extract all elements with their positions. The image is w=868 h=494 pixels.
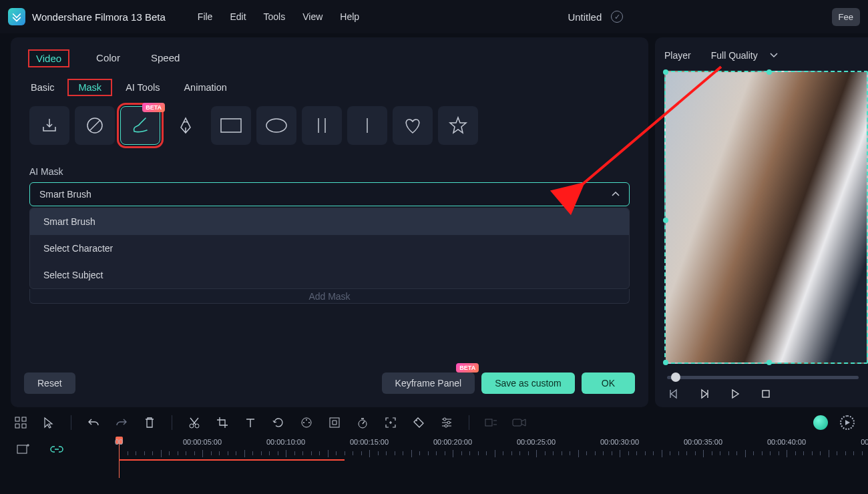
expand-icon[interactable] bbox=[383, 415, 398, 430]
ruler-label: 00:00:05:00 bbox=[183, 438, 222, 446]
mask-shapes-row: BETA bbox=[11, 99, 648, 146]
add-track-icon[interactable] bbox=[16, 442, 31, 457]
svg-rect-2 bbox=[221, 119, 241, 132]
svg-rect-9 bbox=[22, 417, 26, 421]
timeline-ruler[interactable]: 0000:00:05:0000:00:10:0000:00:15:0000:00… bbox=[114, 438, 868, 461]
svg-rect-7 bbox=[763, 391, 769, 397]
ruler-label: 00:00 bbox=[861, 438, 868, 446]
stop-icon[interactable] bbox=[759, 387, 773, 401]
feedback-button[interactable]: Fee bbox=[832, 8, 860, 26]
preview-canvas[interactable] bbox=[664, 71, 868, 364]
undo-icon[interactable] bbox=[86, 415, 101, 430]
menu-tools[interactable]: Tools bbox=[264, 11, 286, 22]
rotate-icon[interactable] bbox=[271, 415, 286, 430]
svg-point-17 bbox=[303, 422, 304, 423]
menu-help[interactable]: Help bbox=[340, 11, 359, 22]
ruler-label: 00:00:25:00 bbox=[517, 438, 556, 446]
speed-icon[interactable] bbox=[355, 415, 370, 430]
svg-point-16 bbox=[308, 422, 310, 423]
svg-point-3 bbox=[266, 119, 286, 132]
tab-video[interactable]: Video bbox=[28, 49, 69, 67]
menu-edit[interactable]: Edit bbox=[230, 11, 246, 22]
mask-star-icon[interactable] bbox=[438, 106, 478, 145]
app-title: Wondershare Filmora 13 Beta bbox=[32, 11, 166, 23]
svg-rect-18 bbox=[330, 418, 339, 427]
svg-rect-8 bbox=[15, 417, 19, 421]
track-a-icon[interactable] bbox=[484, 415, 499, 430]
mask-rectangle-icon[interactable] bbox=[211, 106, 251, 145]
quality-dropdown[interactable]: Full Quality bbox=[703, 47, 786, 64]
menu-file[interactable]: File bbox=[198, 11, 213, 22]
ruler-label: 00:00:20:00 bbox=[433, 438, 472, 446]
record-icon[interactable] bbox=[512, 415, 527, 430]
mask-ellipse-icon[interactable] bbox=[256, 106, 296, 145]
text-icon[interactable] bbox=[243, 415, 258, 430]
option-select-subject[interactable]: Select Subject bbox=[30, 262, 629, 288]
beta-badge-kf: BETA bbox=[456, 363, 479, 373]
subtab-mask[interactable]: Mask bbox=[67, 79, 112, 96]
svg-rect-24 bbox=[485, 419, 492, 426]
properties-panel: Video Color Speed Basic Mask AI Tools An… bbox=[11, 37, 648, 407]
svg-point-15 bbox=[306, 419, 307, 421]
subtab-animation[interactable]: Animation bbox=[184, 82, 226, 93]
play-icon[interactable] bbox=[698, 387, 711, 401]
option-select-character[interactable]: Select Character bbox=[30, 235, 629, 262]
mask-doubleline-icon[interactable] bbox=[302, 106, 342, 145]
tab-speed[interactable]: Speed bbox=[147, 49, 184, 67]
ruler-label: 00:00:40:00 bbox=[767, 438, 806, 446]
adjust-icon[interactable] bbox=[439, 415, 454, 430]
option-smart-brush[interactable]: Smart Brush bbox=[30, 208, 629, 235]
quality-value: Full Quality bbox=[711, 50, 758, 61]
mask-brush-tool[interactable]: BETA bbox=[120, 106, 160, 145]
document-title: Untitled bbox=[568, 11, 602, 23]
tag-icon[interactable] bbox=[411, 415, 426, 430]
keyframe-panel-button[interactable]: Keyframe Panel bbox=[382, 373, 475, 394]
ai-mask-dropdown[interactable]: Smart Brush bbox=[29, 182, 630, 206]
link-icon[interactable] bbox=[49, 442, 64, 457]
title-bar: Wondershare Filmora 13 Beta File Edit To… bbox=[0, 0, 868, 33]
mask-pen-icon[interactable] bbox=[166, 106, 206, 145]
cursor-icon[interactable] bbox=[41, 415, 56, 430]
ok-button[interactable]: OK bbox=[582, 373, 635, 394]
layout-icon[interactable] bbox=[13, 415, 28, 430]
add-mask-button[interactable]: Add Mask bbox=[29, 289, 630, 304]
subtab-basic[interactable]: Basic bbox=[31, 82, 54, 93]
dropdown-list: Smart Brush Select Character Select Subj… bbox=[29, 208, 630, 289]
svg-point-22 bbox=[447, 421, 450, 424]
menu-view[interactable]: View bbox=[302, 11, 322, 22]
ruler-label: 00:00:35:00 bbox=[684, 438, 722, 446]
play-solid-icon[interactable] bbox=[728, 387, 742, 401]
beta-badge: BETA bbox=[142, 103, 165, 112]
svg-line-1 bbox=[89, 120, 100, 131]
mask-tl-icon[interactable] bbox=[327, 415, 342, 430]
ruler-label: 00:00:10:00 bbox=[266, 438, 305, 446]
ruler-label: 00:00:15:00 bbox=[350, 438, 389, 446]
crop-icon[interactable] bbox=[215, 415, 230, 430]
timeline: 0000:00:05:0000:00:10:0000:00:15:0000:00… bbox=[0, 407, 868, 490]
svg-rect-26 bbox=[17, 445, 27, 453]
mask-singleline-icon[interactable] bbox=[347, 106, 387, 145]
ruler-label: 00 bbox=[115, 438, 123, 446]
app-logo bbox=[8, 8, 25, 25]
mask-import-icon[interactable] bbox=[29, 106, 69, 145]
dropdown-value: Smart Brush bbox=[39, 189, 91, 200]
svg-point-20 bbox=[416, 420, 417, 421]
ruler-label: 00:00:30:00 bbox=[600, 438, 639, 446]
svg-rect-11 bbox=[22, 424, 26, 428]
ai-orb-icon[interactable] bbox=[813, 415, 828, 430]
redo-icon[interactable] bbox=[114, 415, 129, 430]
delete-icon[interactable] bbox=[142, 415, 157, 430]
render-icon[interactable] bbox=[840, 415, 855, 430]
prev-frame-icon[interactable] bbox=[667, 387, 680, 401]
tab-color[interactable]: Color bbox=[92, 49, 124, 67]
mask-none-icon[interactable] bbox=[75, 106, 115, 145]
mask-heart-icon[interactable] bbox=[393, 106, 433, 145]
playback-slider[interactable] bbox=[667, 376, 859, 379]
save-as-custom-button[interactable]: Save as custom bbox=[481, 373, 575, 394]
subtab-aitools[interactable]: AI Tools bbox=[126, 82, 160, 93]
ai-mask-label: AI Mask bbox=[11, 146, 648, 182]
reset-button[interactable]: Reset bbox=[24, 373, 75, 394]
cut-icon[interactable] bbox=[187, 415, 202, 430]
chevron-down-icon bbox=[770, 53, 778, 58]
color-icon[interactable] bbox=[299, 415, 314, 430]
